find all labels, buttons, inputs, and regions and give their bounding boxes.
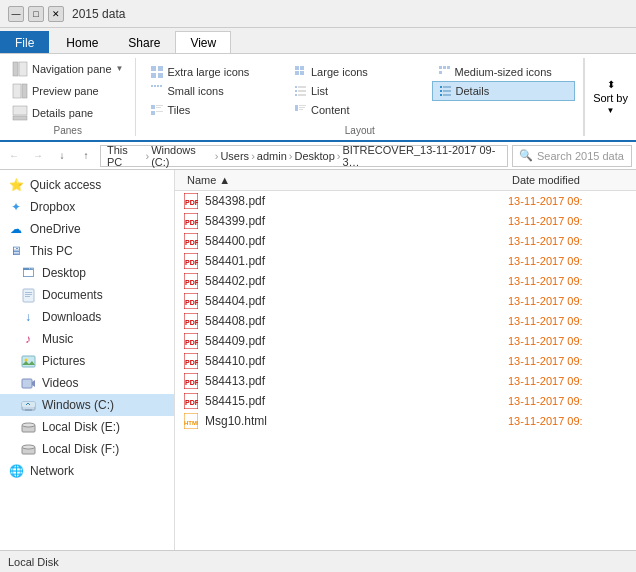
windows-c-icon xyxy=(20,397,36,413)
svg-rect-22 xyxy=(295,86,297,88)
file-name: 584415.pdf xyxy=(205,394,508,408)
sidebar-item-onedrive[interactable]: ☁ OneDrive xyxy=(0,218,174,240)
svg-text:PDF: PDF xyxy=(185,339,198,346)
recent-button[interactable]: ↓ xyxy=(52,146,72,166)
path-folder: BITRECOVER_13-11-2017 09-3… xyxy=(342,144,501,168)
details-btn[interactable]: Details xyxy=(432,81,576,101)
pdf-icon: PDF xyxy=(183,373,199,389)
windows-c-label: Windows (C:) xyxy=(42,398,114,412)
svg-rect-2 xyxy=(13,84,21,98)
table-row[interactable]: PDF 584413.pdf 13-11-2017 09: xyxy=(175,371,636,391)
sidebar-item-this-pc[interactable]: 🖥 This PC xyxy=(0,240,174,262)
path-thispc: This PC xyxy=(107,144,143,168)
svg-text:PDF: PDF xyxy=(185,219,198,226)
svg-rect-5 xyxy=(13,116,27,120)
table-row[interactable]: PDF 584408.pdf 13-11-2017 09: xyxy=(175,311,636,331)
name-column-header[interactable]: Name ▲ xyxy=(183,172,508,188)
svg-text:PDF: PDF xyxy=(185,279,198,286)
sidebar-item-downloads[interactable]: ↓ Downloads xyxy=(0,306,174,328)
maximize-button[interactable]: □ xyxy=(28,6,44,22)
sidebar-item-desktop[interactable]: 🗔 Desktop xyxy=(0,262,174,284)
tab-file[interactable]: File xyxy=(0,31,49,53)
table-row[interactable]: PDF 584399.pdf 13-11-2017 09: xyxy=(175,211,636,231)
date-column-header[interactable]: Date modified xyxy=(508,172,628,188)
address-path[interactable]: This PC › Windows (C:) › Users › admin ›… xyxy=(100,145,508,167)
small-icons-btn[interactable]: Small icons xyxy=(144,81,288,101)
tab-view[interactable]: View xyxy=(175,31,231,53)
file-name: 584398.pdf xyxy=(205,194,508,208)
details-pane-button[interactable]: Details pane xyxy=(8,103,127,123)
table-row[interactable]: PDF 584402.pdf 13-11-2017 09: xyxy=(175,271,636,291)
search-box[interactable]: 🔍 Search 2015 data xyxy=(512,145,632,167)
this-pc-icon: 🖥 xyxy=(8,243,24,259)
file-name: 584409.pdf xyxy=(205,334,508,348)
onedrive-icon: ☁ xyxy=(8,221,24,237)
local-f-label: Local Disk (F:) xyxy=(42,442,119,456)
sidebar-item-quick-access[interactable]: ⭐ Quick access xyxy=(0,174,174,196)
small-icons-icon xyxy=(150,84,164,98)
pdf-icon: PDF xyxy=(183,193,199,209)
large-icons-btn[interactable]: Large icons xyxy=(288,63,432,81)
videos-label: Videos xyxy=(42,376,78,390)
list-btn[interactable]: List xyxy=(288,81,432,101)
content-btn[interactable]: Content xyxy=(288,101,432,119)
tiles-btn[interactable]: Tiles xyxy=(144,101,288,119)
file-date: 13-11-2017 09: xyxy=(508,215,628,227)
svg-rect-30 xyxy=(440,90,442,92)
table-row[interactable]: PDF 584400.pdf 13-11-2017 09: xyxy=(175,231,636,251)
sidebar-item-documents[interactable]: Documents xyxy=(0,284,174,306)
up-button[interactable]: ↑ xyxy=(76,146,96,166)
sidebar-item-local-f[interactable]: Local Disk (F:) xyxy=(0,438,174,460)
title-bar-controls[interactable]: — □ ✕ xyxy=(8,6,64,22)
name-col-label: Name xyxy=(187,174,216,186)
sidebar-item-local-e[interactable]: Local Disk (E:) xyxy=(0,416,174,438)
large-icons-icon xyxy=(294,65,308,79)
table-row[interactable]: PDF 584415.pdf 13-11-2017 09: xyxy=(175,391,636,411)
svg-rect-3 xyxy=(22,84,27,98)
sidebar-item-videos[interactable]: Videos xyxy=(0,372,174,394)
table-row[interactable]: HTML Msg10.html 13-11-2017 09: xyxy=(175,411,636,431)
sidebar-item-network[interactable]: 🌐 Network xyxy=(0,460,174,482)
details-label: Details xyxy=(456,85,490,97)
preview-pane-button[interactable]: Preview pane xyxy=(8,81,127,101)
file-name: 584400.pdf xyxy=(205,234,508,248)
minimize-button[interactable]: — xyxy=(8,6,24,22)
forward-button[interactable]: → xyxy=(28,146,48,166)
this-pc-label: This PC xyxy=(30,244,73,258)
music-label: Music xyxy=(42,332,73,346)
path-admin: admin xyxy=(257,150,287,162)
sidebar-item-windows-c[interactable]: Windows (C:) xyxy=(0,394,174,416)
pictures-icon xyxy=(20,353,36,369)
column-headers: Name ▲ Date modified xyxy=(175,170,636,191)
svg-rect-29 xyxy=(443,86,451,88)
svg-rect-34 xyxy=(151,105,155,109)
table-row[interactable]: PDF 584401.pdf 13-11-2017 09: xyxy=(175,251,636,271)
list-icon xyxy=(294,84,308,98)
extra-large-icons-btn[interactable]: Extra large icons xyxy=(144,63,288,81)
sidebar-item-music[interactable]: ♪ Music xyxy=(0,328,174,350)
tab-share[interactable]: Share xyxy=(113,31,175,53)
documents-icon xyxy=(20,287,36,303)
svg-rect-25 xyxy=(298,90,306,92)
table-row[interactable]: PDF 584410.pdf 13-11-2017 09: xyxy=(175,351,636,371)
file-name: Msg10.html xyxy=(205,414,508,428)
navigation-pane-button[interactable]: Navigation pane ▼ xyxy=(8,59,127,79)
svg-rect-52 xyxy=(25,409,32,411)
file-list: PDF 584398.pdf 13-11-2017 09: PDF 584399… xyxy=(175,191,636,550)
table-row[interactable]: PDF 584398.pdf 13-11-2017 09: xyxy=(175,191,636,211)
table-row[interactable]: PDF 584404.pdf 13-11-2017 09: xyxy=(175,291,636,311)
sort-by-button[interactable]: ⬍ Sort by ▼ xyxy=(584,58,636,136)
medium-icons-btn[interactable]: Medium-sized icons xyxy=(432,63,576,81)
back-button[interactable]: ← xyxy=(4,146,24,166)
address-bar: ← → ↓ ↑ This PC › Windows (C:) › Users ›… xyxy=(0,142,636,170)
sidebar-item-pictures[interactable]: Pictures xyxy=(0,350,174,372)
path-drive: Windows (C:) xyxy=(151,144,213,168)
table-row[interactable]: PDF 584409.pdf 13-11-2017 09: xyxy=(175,331,636,351)
tab-home[interactable]: Home xyxy=(51,31,113,53)
file-name: 584402.pdf xyxy=(205,274,508,288)
videos-icon xyxy=(20,375,36,391)
sidebar-item-dropbox[interactable]: ✦ Dropbox xyxy=(0,196,174,218)
close-button[interactable]: ✕ xyxy=(48,6,64,22)
svg-rect-28 xyxy=(440,86,442,88)
svg-rect-21 xyxy=(160,85,162,87)
